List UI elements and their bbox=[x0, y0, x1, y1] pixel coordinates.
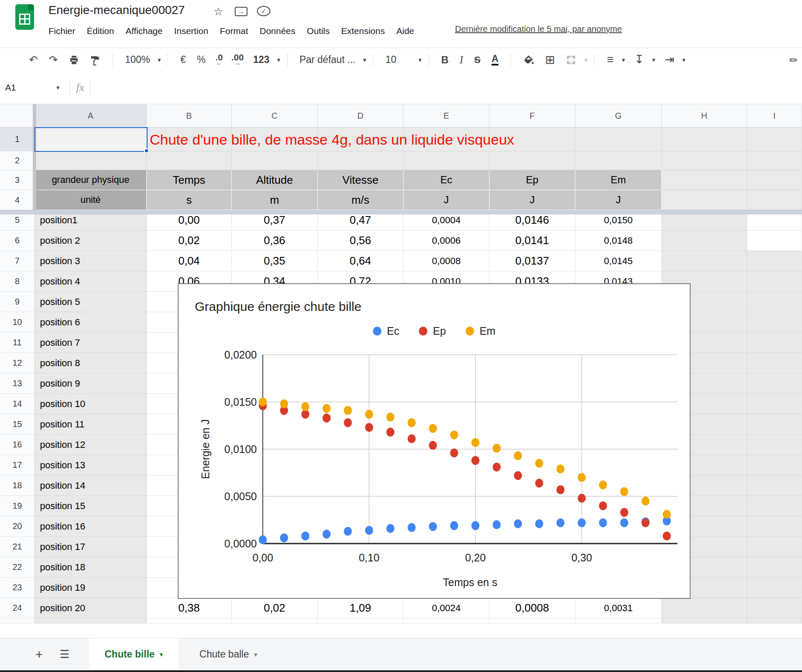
cell-C2[interactable] bbox=[232, 151, 318, 170]
strikethrough-button[interactable]: S bbox=[474, 55, 481, 65]
cell-A16[interactable]: position 12 bbox=[35, 435, 147, 455]
undo-icon[interactable]: ↶ bbox=[29, 54, 38, 65]
menu-item-outils[interactable]: Outils bbox=[307, 26, 330, 36]
column-header-G[interactable]: G bbox=[575, 104, 662, 128]
cell-A7[interactable]: position 3 bbox=[35, 251, 147, 271]
row-header-8[interactable]: 8 bbox=[0, 271, 35, 292]
cell-B6[interactable]: 0,02 bbox=[147, 231, 232, 251]
zoom-select[interactable]: 100% bbox=[125, 54, 150, 65]
row-header-9[interactable]: 9 bbox=[0, 292, 35, 312]
cell-G2[interactable] bbox=[575, 151, 662, 170]
font-size-select[interactable]: 10 bbox=[385, 54, 396, 65]
cell-C6[interactable]: 0,36 bbox=[232, 231, 318, 251]
cell-I16[interactable] bbox=[747, 435, 802, 455]
cell-A23[interactable]: position 19 bbox=[35, 578, 147, 598]
cell-F25[interactable] bbox=[489, 618, 575, 624]
document-title[interactable]: Energie-mecanique00027 bbox=[48, 3, 185, 17]
cell-A22[interactable]: position 18 bbox=[35, 557, 147, 578]
row-header-7[interactable]: 7 bbox=[0, 251, 35, 271]
star-icon[interactable]: ☆ bbox=[213, 5, 223, 18]
cell-H6[interactable] bbox=[662, 231, 747, 251]
menu-item-données[interactable]: Données bbox=[259, 26, 295, 36]
cell-B7[interactable]: 0,04 bbox=[147, 251, 232, 271]
cell-H24[interactable] bbox=[662, 598, 747, 618]
cell-I18[interactable] bbox=[747, 476, 802, 496]
cell-B2[interactable] bbox=[147, 151, 232, 170]
row-header-1[interactable]: 1 bbox=[0, 128, 35, 151]
horizontal-align-icon[interactable]: ≡ bbox=[607, 54, 614, 65]
font-name-select[interactable]: Par défaut ... bbox=[299, 54, 355, 65]
menu-item-format[interactable]: Format bbox=[220, 26, 248, 36]
paint-format-icon[interactable] bbox=[90, 54, 101, 65]
increase-decimals-button[interactable]: .00→ bbox=[231, 54, 244, 66]
merge-cells-icon[interactable] bbox=[566, 54, 577, 65]
column-header-E[interactable]: E bbox=[404, 104, 489, 128]
cell-A2[interactable] bbox=[35, 151, 147, 170]
cell-A11[interactable]: position 7 bbox=[35, 333, 147, 353]
row-header-3[interactable]: 3 bbox=[0, 170, 35, 190]
fill-color-icon[interactable] bbox=[523, 54, 534, 65]
cell-A25[interactable] bbox=[35, 618, 147, 624]
cell-A14[interactable]: position 10 bbox=[35, 394, 147, 414]
cell-A15[interactable]: position 11 bbox=[35, 414, 147, 435]
cell-A10[interactable]: position 6 bbox=[35, 312, 147, 333]
cell-E4[interactable]: J bbox=[404, 190, 489, 210]
cell-F24[interactable]: 0,0008 bbox=[489, 598, 575, 618]
cell-I1[interactable] bbox=[747, 128, 802, 151]
cell-A9[interactable]: position 5 bbox=[35, 292, 147, 312]
pen-icon[interactable]: ✏ bbox=[789, 54, 802, 65]
cell-H7[interactable] bbox=[662, 251, 747, 271]
cell-F3[interactable]: Ep bbox=[489, 170, 575, 190]
cell-G1[interactable] bbox=[575, 128, 662, 151]
row-header-15[interactable]: 15 bbox=[0, 414, 35, 435]
cell-C25[interactable] bbox=[232, 618, 318, 624]
cell-C24[interactable]: 0,02 bbox=[232, 598, 318, 618]
cell-F4[interactable]: J bbox=[489, 190, 575, 210]
cell-I17[interactable] bbox=[747, 455, 802, 476]
cell-D2[interactable] bbox=[318, 151, 404, 170]
column-header-I[interactable]: I bbox=[747, 104, 802, 128]
print-icon[interactable] bbox=[68, 54, 80, 65]
cell-I22[interactable] bbox=[747, 557, 802, 578]
text-wrap-icon[interactable]: ⇥ bbox=[665, 54, 674, 65]
bold-button[interactable]: B bbox=[441, 55, 449, 65]
row-header-10[interactable]: 10 bbox=[0, 312, 35, 333]
row-header-25[interactable] bbox=[0, 618, 35, 624]
cell-C7[interactable]: 0,35 bbox=[232, 251, 318, 271]
cell-A17[interactable]: position 13 bbox=[35, 455, 147, 476]
format-percent-button[interactable]: % bbox=[197, 55, 205, 65]
cell-I13[interactable] bbox=[747, 373, 802, 394]
cell-H1[interactable] bbox=[662, 128, 747, 151]
chevron-down-icon[interactable]: ▾ bbox=[158, 56, 161, 64]
column-header-C[interactable]: C bbox=[232, 104, 318, 128]
cell-A19[interactable]: position 15 bbox=[35, 496, 147, 516]
cell-I7[interactable] bbox=[747, 251, 802, 271]
cell-E25[interactable] bbox=[404, 618, 489, 624]
cell-C4[interactable]: m bbox=[232, 190, 318, 210]
cell-B4[interactable]: s bbox=[147, 190, 232, 210]
cell-A13[interactable]: position 9 bbox=[35, 373, 147, 394]
row-header-11[interactable]: 11 bbox=[0, 333, 35, 353]
cell-E3[interactable]: Ec bbox=[404, 170, 489, 190]
menu-item-affichage[interactable]: Affichage bbox=[125, 26, 162, 36]
menu-item-aide[interactable]: Aide bbox=[396, 26, 414, 36]
sheet-tab-chute-bille[interactable]: Chute bille▾ bbox=[89, 638, 178, 670]
row-header-2[interactable]: 2 bbox=[0, 151, 35, 170]
cell-I14[interactable] bbox=[747, 394, 802, 414]
cell-B25[interactable] bbox=[147, 618, 232, 624]
cell-I24[interactable] bbox=[747, 598, 802, 618]
italic-button[interactable]: I bbox=[460, 54, 463, 65]
cell-I15[interactable] bbox=[747, 414, 802, 435]
selection-fill-handle[interactable] bbox=[144, 148, 149, 153]
cell-A20[interactable]: position 16 bbox=[35, 516, 147, 537]
cell-I4[interactable] bbox=[747, 190, 802, 210]
row-header-17[interactable]: 17 bbox=[0, 455, 35, 476]
borders-icon[interactable]: ⊞ bbox=[545, 54, 555, 66]
chevron-down-icon[interactable]: ▾ bbox=[652, 56, 655, 64]
cell-G6[interactable]: 0,0148 bbox=[575, 231, 662, 251]
vertical-align-icon[interactable]: ↧ bbox=[634, 54, 644, 65]
cell-A8[interactable]: position 4 bbox=[35, 271, 147, 292]
cell-C3[interactable]: Altitude bbox=[232, 170, 318, 190]
text-color-button[interactable]: A bbox=[492, 54, 499, 65]
cell-G3[interactable]: Em bbox=[575, 170, 662, 190]
